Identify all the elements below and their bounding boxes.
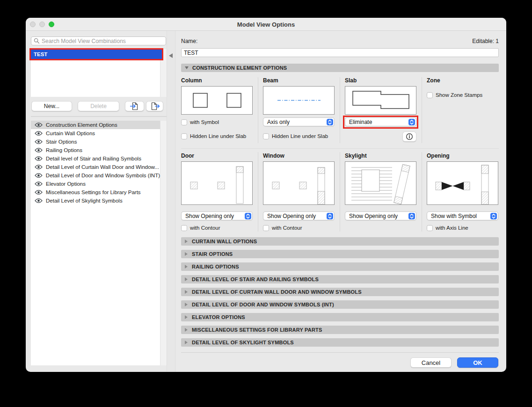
chevron-right-icon [185, 341, 188, 344]
popup-stepper-icon [490, 213, 497, 219]
checkbox[interactable] [263, 133, 269, 139]
opening-display-select[interactable]: Show with Symbol [427, 211, 498, 220]
section-header-detail-level-door-window-int[interactable]: DETAIL LEVEL OF DOOR AND WINDOW SYMBOLS … [181, 300, 499, 309]
beam-hidden-line-checkbox[interactable]: Hidden Line under Slab [263, 133, 328, 139]
column-preview [181, 86, 253, 115]
section-header-elevator-options[interactable]: ELEVATOR OPTIONS [181, 313, 499, 321]
sidebar-item-detail-level-skylight[interactable]: Detail Level of Skylight Symbols [31, 196, 160, 205]
divider [340, 152, 340, 232]
skylight-display-select[interactable]: Show Opening only [345, 211, 416, 220]
search-input[interactable] [42, 38, 163, 44]
eye-icon[interactable] [35, 164, 43, 170]
panel-splitter[interactable] [167, 31, 175, 372]
divider [181, 148, 499, 149]
door-with-contour-checkbox[interactable]: with Contour [181, 225, 220, 231]
sidebar-item-detail-level-curtain-wall-door-window[interactable]: Detail Level of Curtain Wall Door and Wi… [31, 163, 160, 171]
with-axis-line-checkbox[interactable]: with Axis Line [427, 225, 468, 231]
option-label: Construction Element Options [46, 122, 117, 128]
import-document-icon [130, 102, 140, 111]
section-label: DETAIL LEVEL OF CURTAIN WALL DOOR AND WI… [192, 289, 362, 295]
checkbox[interactable] [181, 133, 187, 139]
import-button[interactable] [125, 101, 144, 111]
eye-icon[interactable] [35, 173, 43, 178]
popup-stepper-icon [408, 119, 415, 125]
door-preview [181, 161, 253, 205]
door-display-select[interactable]: Show Opening only [181, 211, 253, 220]
with-symbol-checkbox[interactable]: with Symbol [181, 119, 219, 125]
checkbox[interactable] [181, 225, 187, 231]
name-label: Name: [181, 38, 197, 44]
skylight-preview-image [345, 162, 416, 204]
section-header-detail-level-skylight[interactable]: DETAIL LEVEL OF SKYLIGHT SYMBOLS [181, 338, 499, 347]
sidebar-item-stair-options[interactable]: Stair Options [31, 138, 160, 146]
beam-preview-image [263, 87, 334, 114]
window-display-select[interactable]: Show Opening only [263, 211, 335, 220]
section-header-detail-level-stair-railing[interactable]: DETAIL LEVEL OF STAIR AND RAILING SYMBOL… [181, 275, 499, 283]
section-header-misc-settings-library-parts[interactable]: MISCELLANEOUS SETTINGS FOR LIBRARY PARTS [181, 326, 499, 334]
beam-display-select[interactable]: Axis only [263, 117, 335, 126]
eye-icon[interactable] [35, 189, 43, 195]
sidebar-item-construction-element-options[interactable]: Construction Element Options [31, 121, 160, 129]
section-header-curtain-wall-options[interactable]: CURTAIN WALL OPTIONS [181, 237, 499, 246]
section-header-construction-element-options[interactable]: CONSTRUCTION ELEMENT OPTIONS [181, 64, 499, 72]
eye-icon[interactable] [35, 181, 43, 187]
option-label: Railing Options [46, 147, 82, 153]
option-label: Detail Level of Curtain Wall Door and Wi… [46, 164, 159, 170]
window-with-contour-checkbox[interactable]: with Contour [263, 225, 302, 231]
checkbox[interactable] [427, 92, 433, 98]
sidebar-item-elevator-options[interactable]: Elevator Options [31, 180, 160, 188]
eye-icon[interactable] [35, 198, 43, 204]
delete-button-label: Delete [90, 103, 107, 109]
skylight-preview [345, 161, 416, 205]
divider [340, 77, 340, 143]
sidebar-item-curtain-wall-options[interactable]: Curtain Wall Options [31, 129, 160, 138]
door-display-value: Show Opening only [185, 213, 234, 219]
slab-label: Slab [345, 77, 357, 84]
scrollbar-track[interactable] [160, 121, 167, 365]
checkbox[interactable] [263, 225, 269, 231]
show-zone-stamps-checkbox[interactable]: Show Zone Stamps [427, 92, 482, 98]
sidebar-item-detail-level-door-window-int[interactable]: Detail Level of Door and Window Symbols … [31, 171, 160, 180]
chevron-right-icon [185, 303, 188, 306]
eye-icon[interactable] [35, 147, 43, 153]
export-button[interactable] [146, 101, 163, 111]
beam-label: Beam [263, 77, 278, 84]
cancel-button[interactable]: Cancel [410, 357, 452, 368]
title-bar[interactable]: Model View Options [26, 18, 506, 31]
eye-icon[interactable] [35, 139, 43, 145]
opening-label: Opening [427, 153, 450, 159]
chevron-right-icon [185, 252, 188, 256]
combination-item-test[interactable]: TEST [31, 50, 162, 59]
sidebar-item-misc-settings-library-parts[interactable]: Miscellaneous Settings for Library Parts [31, 188, 160, 196]
delete-button[interactable]: Delete [78, 101, 119, 111]
collapse-sidebar-arrow-icon[interactable] [169, 53, 173, 58]
checkbox[interactable] [181, 119, 187, 125]
sidebar-item-detail-level-stair-railing[interactable]: Detail level of Stair and Railing Symbol… [31, 154, 160, 163]
checkbox[interactable] [427, 225, 433, 231]
section-header-detail-level-curtain-wall-door-window[interactable]: DETAIL LEVEL OF CURTAIN WALL DOOR AND WI… [181, 288, 499, 296]
beam-display-value: Axis only [267, 119, 290, 125]
slab-display-select[interactable]: Eliminate [345, 117, 416, 126]
section-header-stair-options[interactable]: STAIR OPTIONS [181, 250, 499, 258]
name-input[interactable] [181, 48, 499, 57]
opening-display-value: Show with Symbol [431, 213, 477, 219]
sidebar-item-railing-options[interactable]: Railing Options [31, 146, 160, 154]
slab-display-value: Eliminate [349, 119, 372, 125]
skylight-label: Skylight [345, 153, 367, 159]
eye-icon[interactable] [35, 156, 43, 161]
section-label: CONSTRUCTION ELEMENT OPTIONS [192, 65, 287, 71]
eye-icon[interactable] [35, 131, 43, 136]
search-field[interactable] [31, 36, 166, 45]
info-button[interactable] [402, 131, 416, 142]
new-button-label: New... [44, 103, 59, 109]
footer-divider [181, 352, 499, 353]
selected-combination-highlight: TEST [29, 48, 163, 60]
column-hidden-line-checkbox[interactable]: Hidden Line under Slab [181, 133, 246, 139]
slab-preview-image [345, 87, 416, 114]
section-header-railing-options[interactable]: RAILING OPTIONS [181, 262, 499, 271]
divider [422, 152, 422, 232]
ok-button[interactable]: OK [457, 357, 498, 368]
checkbox-label: with Contour [272, 225, 302, 231]
eye-icon[interactable] [35, 122, 43, 128]
new-button[interactable]: New... [31, 101, 72, 111]
